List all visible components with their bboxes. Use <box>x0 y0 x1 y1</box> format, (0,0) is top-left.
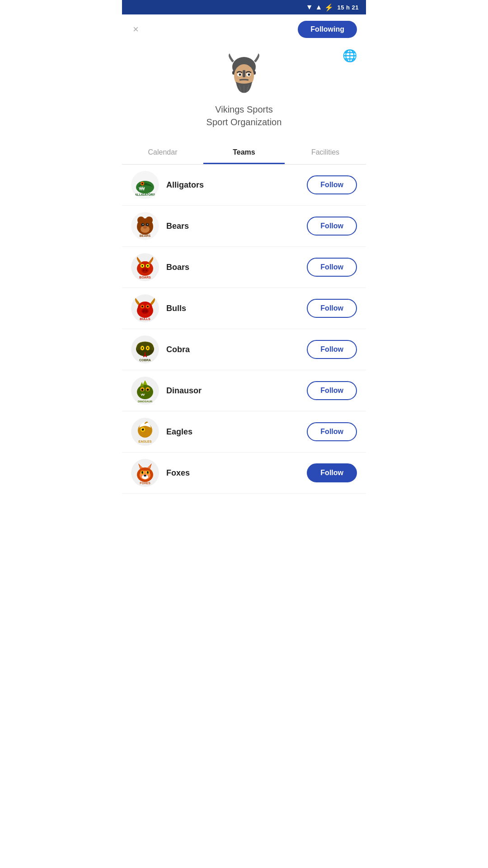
team-item-bears: BEARS Bears Follow <box>122 206 366 247</box>
svg-point-28 <box>141 265 143 267</box>
status-time: 15 h 21 <box>337 4 359 11</box>
svg-point-21 <box>147 224 148 225</box>
svg-point-39 <box>141 306 143 307</box>
svg-point-41 <box>141 308 149 314</box>
status-icons: ▼ ▲ ⚡ <box>306 3 334 12</box>
svg-point-57 <box>147 389 149 391</box>
svg-point-31 <box>143 269 145 271</box>
bears-name: Bears <box>166 222 300 231</box>
wifi-icon: ▼ <box>306 3 313 11</box>
following-button[interactable]: Following <box>298 21 357 38</box>
dinausor-name: Dinausor <box>166 386 300 396</box>
status-bar: ▼ ▲ ⚡ 15 h 21 <box>122 0 366 14</box>
profile-section: 🌐 <box>122 44 366 137</box>
tab-facilities[interactable]: Facilities <box>285 142 366 164</box>
bears-follow-button[interactable]: Follow <box>307 217 357 236</box>
alligators-follow-button[interactable]: Follow <box>307 175 357 194</box>
team-item-dinausor: DINOSAUR Dinausor Follow <box>122 370 366 411</box>
team-list: ALLIGATORS Alligators Follow BEARS Bears <box>122 165 366 494</box>
svg-point-7 <box>248 74 250 76</box>
svg-point-29 <box>147 265 149 267</box>
svg-point-30 <box>141 268 149 273</box>
foxes-name: Foxes <box>166 468 300 478</box>
svg-text:BULLS: BULLS <box>140 317 150 321</box>
svg-point-63 <box>142 429 143 429</box>
svg-point-15 <box>137 217 145 224</box>
alligators-name: Alligators <box>166 180 300 190</box>
svg-rect-50 <box>147 347 148 349</box>
signal-icon: ▲ <box>315 3 323 11</box>
boars-name: Boars <box>166 263 300 272</box>
tab-calendar[interactable]: Calendar <box>122 142 203 164</box>
boars-follow-button[interactable]: Follow <box>307 258 357 277</box>
team-item-cobra: COBRA Cobra Follow <box>122 329 366 370</box>
team-item-boars: BOARS Boars Follow <box>122 247 366 288</box>
team-item-foxes: FOXES Foxes Follow <box>122 453 366 494</box>
tab-teams[interactable]: Teams <box>203 142 285 164</box>
alligators-logo: ALLIGATORS <box>131 171 159 199</box>
svg-point-43 <box>145 310 148 312</box>
cobra-logo: COBRA <box>131 335 159 363</box>
svg-text:BEARS: BEARS <box>140 234 151 237</box>
viking-mascot-icon <box>221 51 267 96</box>
svg-point-53 <box>137 385 153 399</box>
svg-point-20 <box>143 224 144 225</box>
dinausor-follow-button[interactable]: Follow <box>307 381 357 400</box>
foxes-logo: FOXES <box>131 459 159 487</box>
boars-logo: BOARS <box>131 253 159 281</box>
svg-point-56 <box>141 389 144 391</box>
org-name: Vikings Sports Sport Organization <box>206 103 282 128</box>
svg-rect-49 <box>142 347 143 349</box>
bears-logo: BEARS <box>131 212 159 240</box>
tabs: Calendar Teams Facilities <box>122 142 366 165</box>
svg-point-71 <box>141 471 143 474</box>
svg-point-40 <box>147 306 149 307</box>
svg-text:COBRA: COBRA <box>139 359 151 362</box>
bulls-name: Bulls <box>166 304 300 313</box>
eagles-name: Eagles <box>166 427 300 437</box>
svg-point-73 <box>144 475 146 476</box>
org-logo <box>219 49 269 99</box>
svg-point-22 <box>143 226 147 229</box>
cobra-follow-button[interactable]: Follow <box>307 340 357 359</box>
svg-point-32 <box>145 269 147 271</box>
bulls-logo: BULLS <box>131 294 159 322</box>
foxes-follow-button[interactable]: Follow <box>307 463 357 482</box>
svg-point-11 <box>141 183 143 184</box>
svg-text:DINOSAUR: DINOSAUR <box>138 400 153 403</box>
battery-icon: ⚡ <box>324 3 333 12</box>
close-button[interactable]: × <box>131 22 141 37</box>
header: × Following <box>122 14 366 44</box>
svg-point-6 <box>239 74 241 76</box>
svg-point-16 <box>145 217 153 224</box>
eagles-logo: EAGLES <box>131 418 159 446</box>
bulls-follow-button[interactable]: Follow <box>307 299 357 318</box>
team-item-alligators: ALLIGATORS Alligators Follow <box>122 165 366 206</box>
globe-icon[interactable]: 🌐 <box>343 49 357 63</box>
svg-point-72 <box>147 471 149 474</box>
eagles-follow-button[interactable]: Follow <box>307 422 357 441</box>
svg-text:ALLIGATORS: ALLIGATORS <box>135 193 155 196</box>
svg-text:FOXES: FOXES <box>140 481 150 485</box>
svg-text:EAGLES: EAGLES <box>139 440 152 443</box>
svg-rect-3 <box>243 70 245 77</box>
team-item-bulls: BULLS Bulls Follow <box>122 288 366 329</box>
team-item-eagles: EAGLES Eagles Follow <box>122 411 366 453</box>
cobra-name: Cobra <box>166 345 300 354</box>
svg-text:BOARS: BOARS <box>139 276 151 279</box>
dinausor-logo: DINOSAUR <box>131 377 159 405</box>
svg-point-42 <box>143 310 145 312</box>
